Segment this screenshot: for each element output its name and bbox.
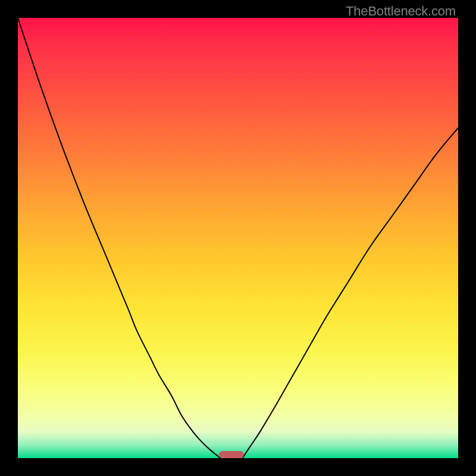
curve-layer — [18, 18, 458, 458]
plot-area — [18, 18, 458, 458]
chart-container — [18, 18, 458, 458]
watermark-text: TheBottleneck.com — [346, 4, 456, 19]
right-curve — [242, 128, 458, 458]
left-curve — [18, 18, 220, 458]
bottleneck-marker — [219, 451, 244, 458]
